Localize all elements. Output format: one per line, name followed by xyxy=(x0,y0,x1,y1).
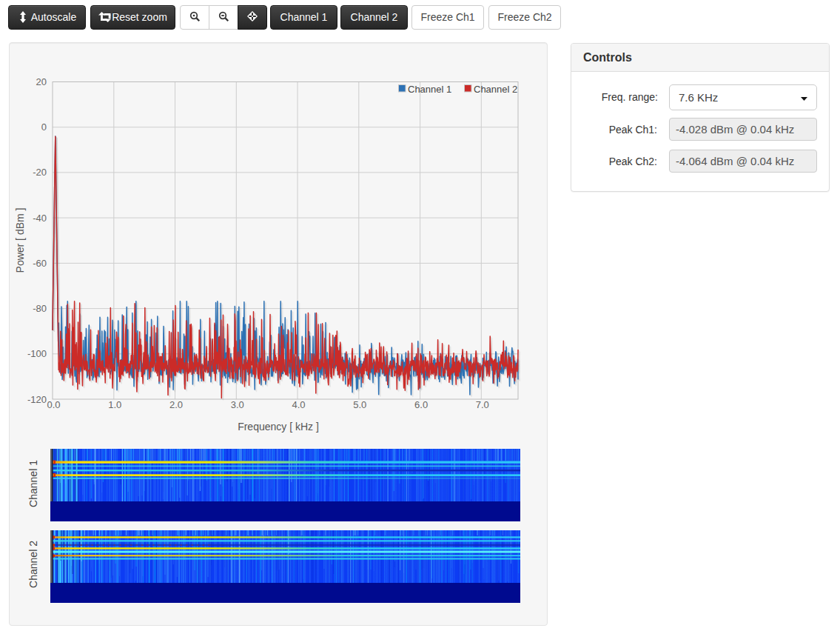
svg-text:Channel 1: Channel 1 xyxy=(27,460,39,507)
svg-text:6.0: 6.0 xyxy=(414,399,428,410)
svg-text:4.0: 4.0 xyxy=(292,399,305,410)
svg-text:Channel 2: Channel 2 xyxy=(474,84,517,95)
svg-text:2.0: 2.0 xyxy=(169,399,183,410)
svg-text:-60: -60 xyxy=(33,258,47,269)
svg-text:7.0: 7.0 xyxy=(476,399,489,410)
svg-text:Channel 2: Channel 2 xyxy=(27,541,39,588)
svg-text:-120: -120 xyxy=(27,394,47,405)
svg-text:5.0: 5.0 xyxy=(353,399,366,410)
svg-text:-40: -40 xyxy=(33,213,47,224)
svg-text:-80: -80 xyxy=(33,303,47,314)
svg-text:Frequency [ kHz ]: Frequency [ kHz ] xyxy=(238,421,319,433)
svg-text:0.0: 0.0 xyxy=(47,399,60,410)
svg-text:1.0: 1.0 xyxy=(108,399,121,410)
svg-text:Power [ dBm ]: Power [ dBm ] xyxy=(14,208,26,273)
svg-text:20: 20 xyxy=(36,76,47,87)
svg-text:3.0: 3.0 xyxy=(231,399,244,410)
svg-text:-100: -100 xyxy=(27,348,47,359)
svg-text:-20: -20 xyxy=(33,167,47,178)
svg-text:0: 0 xyxy=(41,121,47,133)
svg-text:Channel 1: Channel 1 xyxy=(408,84,451,95)
